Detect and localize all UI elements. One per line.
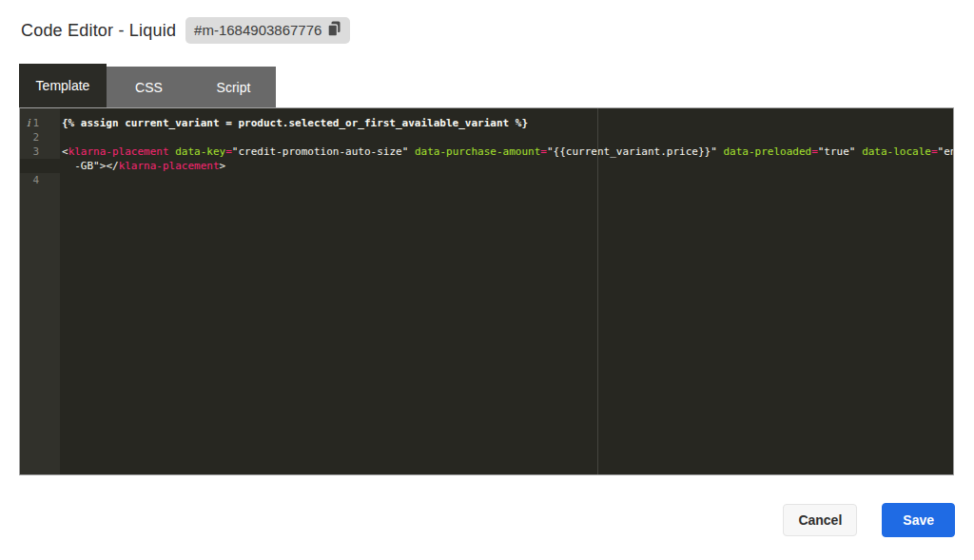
print-margin-ruler [597,108,598,474]
save-button[interactable]: Save [882,503,955,537]
code-line [62,173,953,187]
copy-icon[interactable] [327,21,341,40]
gutter-row: i1 [20,116,60,130]
page-title: Code Editor - Liquid [21,21,176,41]
code-line: {% assign current_variant = product.sele… [62,116,953,130]
line-number: 1 [32,117,39,129]
gutter-row: 4 [20,173,60,187]
code-editor[interactable]: i1234 {% assign current_variant = produc… [19,107,954,475]
module-id-badge: #m-1684903867776 [185,17,350,44]
gutter-row [20,159,60,173]
line-number: 3 [32,145,39,158]
module-id-text: #m-1684903867776 [194,22,321,38]
action-buttons: Cancel Save [783,503,955,537]
tab-script[interactable]: Script [191,67,276,107]
tab-css[interactable]: CSS [107,67,191,107]
tab-template[interactable]: Template [19,64,107,107]
code-line: -GB"></klarna-placement> [62,159,953,173]
code-line [62,130,953,145]
gutter-row: 3 [20,145,60,159]
line-number: 2 [32,131,39,144]
code-line: <klarna-placement data-key="credit-promo… [62,145,953,159]
editor-gutter: i1234 [20,108,60,474]
editor-code[interactable]: {% assign current_variant = product.sele… [60,108,953,474]
gutter-row: 2 [20,130,60,145]
cancel-button[interactable]: Cancel [783,504,857,536]
info-annotation-icon: i [27,116,30,130]
editor-header: Code Editor - Liquid #m-1684903867776 [21,17,350,44]
line-number: 4 [32,174,39,186]
editor-tabs: Template CSS Script [19,64,276,107]
